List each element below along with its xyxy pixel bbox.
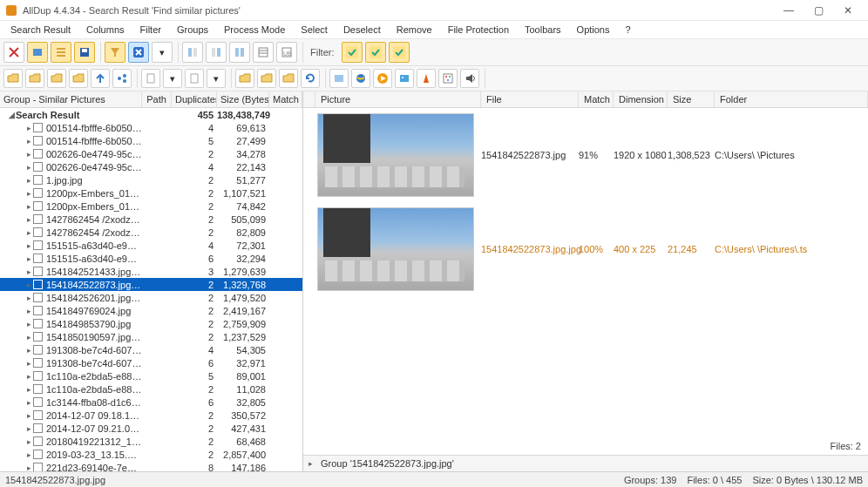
speaker-icon[interactable] — [460, 69, 479, 88]
open-folder-1-icon[interactable] — [3, 69, 23, 88]
tree-row[interactable]: ▸2014-12-07 09.21.04.jpg.jpg2427,431 — [0, 422, 302, 435]
col-match[interactable]: Match — [269, 91, 302, 107]
tree-row[interactable]: ▸2019-03-23_13.15.42.jpg.jpg22,857,400 — [0, 448, 302, 461]
tree-row[interactable]: ▸1.jpg.jpg251,277 — [0, 173, 302, 186]
delete-result-icon[interactable] — [3, 42, 24, 63]
menu-?[interactable]: ? — [619, 23, 638, 37]
menu-options[interactable]: Options — [570, 23, 617, 37]
checkbox[interactable] — [33, 227, 43, 237]
tree-row[interactable]: ▸1541842521433.jpg.jpg31,279,639 — [0, 265, 302, 278]
expand-icon[interactable]: ▸ — [24, 450, 33, 459]
expand-icon[interactable]: ▸ — [24, 189, 33, 198]
play-media-icon[interactable] — [373, 69, 392, 88]
col-duplicates[interactable]: Duplicates — [172, 91, 217, 107]
filter-check-2-icon[interactable] — [365, 42, 386, 63]
open-folder-3-icon[interactable] — [47, 69, 66, 88]
checkbox[interactable] — [33, 267, 43, 276]
expand-icon[interactable]: ▸ — [24, 137, 33, 145]
checkbox[interactable] — [33, 254, 43, 263]
checkbox[interactable] — [33, 410, 43, 420]
tree-row[interactable]: ▸151515-a63d40-e9b872-90a959-6494aa.png4… — [0, 239, 302, 252]
expand-icon[interactable]: ▸ — [24, 411, 33, 420]
expand-icon[interactable]: ▸ — [24, 163, 33, 172]
ie-browser-icon[interactable] — [351, 69, 370, 88]
tree-body[interactable]: ◢ Search Result 455 138,438,749 ▸001514-… — [0, 108, 302, 471]
expand-icon[interactable]: ▸ — [24, 241, 33, 250]
expand-icon[interactable]: ▸ — [24, 424, 33, 433]
menu-toolbars[interactable]: Toolbars — [518, 23, 568, 37]
page-icon[interactable] — [141, 69, 160, 88]
filter-check-1-icon[interactable] — [342, 42, 363, 63]
checkbox[interactable] — [33, 214, 43, 224]
expand-icon[interactable]: ▸ — [24, 150, 33, 159]
filter-check-3-icon[interactable] — [389, 42, 410, 63]
filter-funnel-icon[interactable] — [105, 42, 125, 63]
checkbox[interactable] — [33, 358, 43, 368]
tree-row[interactable]: ▸1541850190597.jpg.jpg21,237,529 — [0, 330, 302, 343]
checkbox[interactable] — [33, 201, 43, 211]
menu-columns[interactable]: Columns — [79, 23, 131, 37]
expand-icon[interactable]: ▸ — [24, 202, 33, 211]
paint-icon[interactable] — [438, 69, 458, 88]
expand-icon[interactable]: ▸ — [24, 228, 33, 237]
expand-icon[interactable]: ▸ — [24, 463, 33, 472]
page-2-down-icon[interactable]: ▾ — [207, 69, 226, 88]
menu-process-mode[interactable]: Process Mode — [217, 23, 292, 37]
checkbox[interactable] — [33, 240, 43, 250]
tree-row[interactable]: ▸002626-0e4749-95c623-e55812-efe7da.png2… — [0, 147, 302, 160]
expand-icon[interactable]: ▸ — [24, 385, 33, 394]
page-down-icon[interactable]: ▾ — [163, 69, 182, 88]
expand-icon[interactable]: ▸ — [24, 307, 33, 315]
col-dimension[interactable]: Dimension — [614, 91, 668, 107]
tree-row[interactable]: ▸20180419221312_1.jpg.jpg268,468 — [0, 435, 302, 448]
checkbox[interactable] — [33, 280, 43, 289]
checkbox[interactable] — [33, 319, 43, 328]
folder-action-2-icon[interactable] — [257, 69, 276, 88]
checkbox[interactable] — [33, 162, 43, 172]
export-up-icon[interactable] — [91, 69, 110, 88]
tree-row[interactable]: ▸1541842526201.jpg.jpg21,479,520 — [0, 291, 302, 304]
checkbox[interactable] — [33, 149, 43, 159]
col-path[interactable]: Path — [142, 91, 172, 107]
folder-action-3-icon[interactable] — [279, 69, 298, 88]
col-filesize[interactable]: Size — [668, 91, 715, 107]
tree-row[interactable]: ▸1427862454 /2xodzv.jpg2505,099 — [0, 213, 302, 226]
expand-icon[interactable]: ▸ — [24, 215, 33, 224]
expand-icon[interactable]: ▸ — [24, 398, 33, 407]
expand-icon[interactable]: ▸ — [24, 267, 33, 276]
save-icon[interactable] — [74, 42, 95, 63]
tree-row[interactable]: ▸191308-be7c4d-607744-d7af70-756d54.png4… — [0, 343, 302, 356]
column-1-icon[interactable] — [182, 42, 203, 63]
tree-row[interactable]: ▸1c3144-ffba08-d1c6ed-f42c04-0f1a20.png.… — [0, 396, 302, 409]
checkbox[interactable] — [33, 463, 43, 471]
tree-row[interactable]: ▸1200px-Embers_01.jpg21,107,521 — [0, 186, 302, 200]
tree-row[interactable]: ▸1c110a-e2bda5-e8884c-9b4915-a5704f.png5… — [0, 369, 302, 382]
col-file[interactable]: File — [481, 91, 579, 107]
menu-remove[interactable]: Remove — [390, 23, 439, 37]
checkbox[interactable] — [33, 436, 43, 446]
minimize-button[interactable]: — — [774, 2, 804, 19]
dropdown-icon[interactable]: ▾ — [152, 42, 173, 63]
tree-row[interactable]: ▸191308-be7c4d-607744-d7af70-756d54.png.… — [0, 356, 302, 369]
expand-icon[interactable]: ▸ — [24, 333, 33, 342]
menu-deselect[interactable]: Deselect — [336, 23, 388, 37]
tree-row[interactable]: ▸2014-12-07 09.18.13.jpg.jpg2350,572 — [0, 409, 302, 422]
tree-row[interactable]: ▸1541842522873.jpg.jpg21,329,768 — [0, 278, 302, 291]
list-view-icon[interactable] — [51, 42, 71, 63]
open-folder-2-icon[interactable] — [25, 69, 44, 88]
checkbox[interactable] — [33, 175, 43, 185]
expand-icon[interactable]: ▸ — [24, 320, 33, 328]
expand-icon[interactable]: ▸ — [24, 437, 33, 446]
image-preview-icon[interactable] — [329, 69, 349, 88]
menu-file-protection[interactable]: File Protection — [441, 23, 516, 37]
tree-row[interactable]: ▸001514-fbfffe-6b0504-a3320b-e6af2e.jpg.… — [0, 134, 302, 147]
expand-icon[interactable]: ▸ — [24, 372, 33, 381]
checkbox[interactable] — [33, 123, 43, 132]
thumbnail[interactable] — [317, 207, 474, 291]
checkbox[interactable] — [33, 188, 43, 198]
expand-icon[interactable]: ▸ — [24, 176, 33, 185]
col-size[interactable]: Size (Bytes) — [217, 91, 269, 107]
group-footer[interactable]: ▸ Group '1541842522873.jpg.jpg' — [303, 455, 868, 471]
menu-search-result[interactable]: Search Result — [3, 23, 78, 37]
checkbox[interactable] — [33, 306, 43, 315]
